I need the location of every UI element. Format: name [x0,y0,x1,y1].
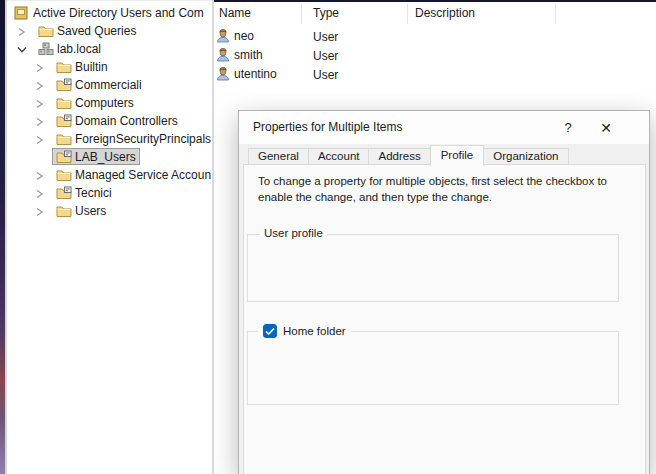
tree-item-label: LAB_Users [75,150,136,164]
tree-item-label: Builtin [75,60,108,74]
tree-item-label: Managed Service Accoun [75,168,211,182]
ou-folder-icon [56,186,72,200]
profile-tab-page [243,164,646,474]
tab-organization[interactable]: Organization [483,148,568,165]
chevron-right-icon[interactable] [35,62,47,73]
chevron-right-icon[interactable] [35,80,47,91]
column-separator[interactable] [407,4,408,24]
tree-item-box[interactable]: Tecnici [52,184,116,201]
user-cell: utentino [216,67,277,81]
top-dark-strip [214,0,656,2]
tree-item-label: Computers [75,96,134,110]
tree-item-selected-box[interactable]: LAB_Users [52,148,140,165]
user-icon [216,48,230,62]
column-separator[interactable] [555,4,556,24]
folder-icon [38,24,54,38]
tree-item-label: Domain Controllers [75,114,178,128]
folder-icon [56,96,72,110]
ou-folder-icon [56,78,72,92]
tree-item-label: ForeignSecurityPrincipals [75,132,211,146]
properties-dialog: Properties for Multiple Items ? ✕ Genera… [238,110,650,474]
tree-item-label: Tecnici [75,186,112,200]
tree-item-box[interactable]: Saved Queries [34,22,140,39]
tree-item-label: Users [75,204,106,218]
tree-item-label: Saved Queries [57,24,136,38]
check-icon [265,327,275,336]
tree-item-box[interactable]: ForeignSecurityPrincipals [52,130,212,147]
tree-item-box[interactable]: Domain Controllers [52,112,182,129]
user-name: neo [234,29,254,43]
tree-item-foreignsecurityprincipals[interactable]: ForeignSecurityPrincipals [7,130,212,148]
tree-item-commerciali[interactable]: Commerciali [7,76,212,94]
user-type: User [313,68,338,82]
domain-icon [38,42,54,56]
tree-item-computers[interactable]: Computers [7,94,212,112]
chevron-right-icon[interactable] [35,134,47,145]
user-name: smith [234,48,263,62]
tree-item-label: lab.local [57,42,101,56]
chevron-right-icon[interactable] [35,170,47,181]
tree-item-box[interactable]: Managed Service Accoun [52,166,212,183]
tree-item-box[interactable]: Builtin [52,58,112,75]
chevron-right-icon[interactable] [35,206,47,217]
ou-folder-icon [56,114,72,128]
user-profile-group: User profile [247,234,619,302]
tab-address[interactable]: Address [368,148,430,165]
dialog-tabs: GeneralAccountAddressProfileOrganization [248,144,569,165]
instruction-text: To change a property for multiple object… [258,174,642,205]
user-icon [216,67,230,81]
folder-icon [56,204,72,218]
tree-item-managed-service-accoun[interactable]: Managed Service Accoun [7,166,212,184]
tab-account[interactable]: Account [308,148,370,165]
folder-icon [56,168,72,182]
home-folder-checkbox[interactable] [263,324,277,338]
chevron-right-icon[interactable] [35,98,47,109]
console-tree: Active Directory Users and ComSaved Quer… [7,0,212,474]
dialog-title: Properties for Multiple Items [253,120,402,134]
tree-item-box[interactable]: Commerciali [52,76,146,93]
tree-item-label: Active Directory Users and Com [33,6,204,20]
tree-item-users[interactable]: Users [7,202,212,220]
user-cell: neo [216,29,254,43]
user-profile-group-title: User profile [260,227,327,239]
tree-item-box[interactable]: Users [52,202,110,219]
user-row-utentino[interactable]: utentinoUser [214,67,514,85]
column-header-type[interactable]: Type [313,6,339,20]
tree-item-box[interactable]: Computers [52,94,138,111]
user-type: User [313,49,338,63]
tab-general[interactable]: General [248,148,309,165]
chevron-right-icon[interactable] [35,188,47,199]
ou-folder-icon [56,150,72,164]
tree-item-domain-controllers[interactable]: Domain Controllers [7,112,212,130]
folder-icon [56,132,72,146]
user-row-smith[interactable]: smithUser [214,48,514,66]
home-folder-group-header: Home folder [258,324,351,338]
tree-item-lab-users[interactable]: LAB_Users [7,148,212,166]
column-header-name[interactable]: Name [219,6,251,20]
home-folder-group: Home folder [247,331,619,405]
root-icon [14,6,30,20]
chevron-right-icon[interactable] [35,116,47,127]
column-separator[interactable] [301,4,302,24]
user-row-neo[interactable]: neoUser [214,29,514,47]
user-type: User [313,30,338,44]
tree-item-saved-queries[interactable]: Saved Queries [7,22,212,40]
tree-item-box[interactable]: lab.local [34,40,105,57]
tree-item-tecnici[interactable]: Tecnici [7,184,212,202]
help-button[interactable]: ? [557,117,579,138]
tab-profile[interactable]: Profile [430,145,485,166]
tree-item-box[interactable]: Active Directory Users and Com [10,4,208,21]
column-header-description[interactable]: Description [415,6,475,20]
home-folder-label: Home folder [283,325,346,337]
chevron-right-icon[interactable] [17,26,29,37]
folder-icon [56,60,72,74]
aduc-screen: { "colors": { "accent": "#0067c0", "sele… [0,0,656,474]
close-icon[interactable]: ✕ [595,117,617,138]
tree-item-lab-local[interactable]: lab.local [7,40,212,58]
tree-item-active-directory-users-and-com[interactable]: Active Directory Users and Com [7,4,212,22]
chevron-down-icon[interactable] [17,44,29,55]
user-cell: smith [216,48,263,62]
dialog-titlebar: Properties for Multiple Items ? ✕ [239,111,649,144]
user-name: utentino [234,67,277,81]
tree-item-builtin[interactable]: Builtin [7,58,212,76]
